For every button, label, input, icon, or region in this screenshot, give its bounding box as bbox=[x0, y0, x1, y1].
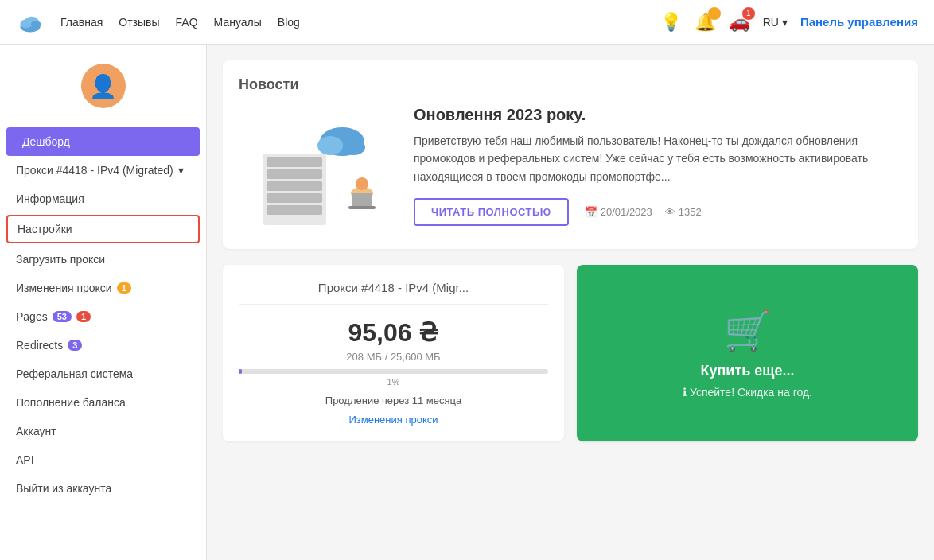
sidebar-item-label-api: API bbox=[16, 453, 34, 466]
sidebar-item-logout[interactable]: Выйти из аккаунта bbox=[0, 474, 206, 503]
info-icon: ℹ bbox=[683, 386, 687, 399]
progress-fill bbox=[239, 369, 242, 374]
lamp-icon-container[interactable]: 💡 bbox=[660, 12, 682, 33]
cart-icon: 🛒 bbox=[724, 309, 772, 353]
svg-rect-8 bbox=[267, 193, 322, 203]
sidebar-item-pages[interactable]: Pages 53 1 bbox=[0, 302, 206, 331]
nav-manuals[interactable]: Мануалы bbox=[214, 16, 262, 29]
sidebar-item-proxy-changes[interactable]: Изменения прокси 1 bbox=[0, 274, 206, 302]
proxy-price: 95,06 ₴ bbox=[239, 317, 548, 348]
svg-rect-9 bbox=[267, 205, 322, 215]
news-text: Приветствую тебя наш любимый пользовател… bbox=[414, 132, 902, 185]
progress-label: 1% bbox=[239, 377, 548, 387]
header: Главная Отзывы FAQ Мануалы Blog 💡 🔔 🚗 1 … bbox=[0, 0, 934, 45]
lang-selector[interactable]: RU ▾ bbox=[763, 16, 788, 29]
news-illustration bbox=[239, 106, 398, 233]
news-meta: 📅 20/01/2023 👁 1352 bbox=[585, 206, 702, 218]
proxy-changes-link[interactable]: Изменения прокси bbox=[348, 414, 438, 426]
news-content: Оновлення 2023 року. Приветствую тебя на… bbox=[414, 106, 902, 226]
sidebar-item-label-settings: Настройки bbox=[18, 223, 72, 235]
panel-link[interactable]: Панель управления bbox=[800, 15, 918, 29]
header-right: 💡 🔔 🚗 1 RU ▾ Панель управления bbox=[660, 12, 918, 33]
sidebar-item-label-account: Аккаунт bbox=[16, 425, 56, 438]
sidebar-item-upload-proxy[interactable]: Загрузить прокси bbox=[0, 245, 206, 274]
avatar-icon: 👤 bbox=[89, 73, 117, 99]
sidebar-item-label-topup: Пополнение баланса bbox=[16, 396, 126, 409]
cards-section: Прокси #4418 - IPv4 (Migr... 95,06 ₴ 208… bbox=[223, 265, 918, 441]
sidebar-item-account[interactable]: Аккаунт bbox=[0, 417, 206, 445]
sidebar-item-label-proxy: Прокси #4418 - IPv4 (Migrated) bbox=[16, 164, 173, 177]
car-badge: 1 bbox=[742, 7, 755, 20]
nav-faq[interactable]: FAQ bbox=[176, 16, 198, 29]
svg-point-11 bbox=[317, 136, 343, 155]
svg-point-12 bbox=[343, 139, 365, 155]
svg-point-3 bbox=[31, 21, 41, 28]
sidebar: 👤 Дешборд Прокси #4418 - IPv4 (Migrated)… bbox=[0, 45, 207, 560]
sidebar-item-redirects[interactable]: Redirects 3 bbox=[0, 331, 206, 360]
lang-label: RU bbox=[763, 16, 779, 29]
sidebar-item-dashboard[interactable]: Дешборд bbox=[6, 127, 200, 156]
pages-badge: 53 bbox=[53, 311, 72, 322]
read-more-button[interactable]: ЧИТАТЬ ПОЛНОСТЬЮ bbox=[414, 198, 569, 226]
svg-rect-6 bbox=[267, 169, 322, 179]
sidebar-item-settings[interactable]: Настройки bbox=[6, 215, 200, 243]
sidebar-item-label-referral: Реферальная система bbox=[16, 368, 133, 380]
proxy-changes-badge: 1 bbox=[117, 282, 131, 294]
redirects-badge: 3 bbox=[68, 340, 82, 351]
lamp-icon: 💡 bbox=[660, 12, 682, 32]
layout: 👤 Дешборд Прокси #4418 - IPv4 (Migrated)… bbox=[0, 45, 934, 560]
car-icon-container[interactable]: 🚗 1 bbox=[729, 12, 750, 33]
logo bbox=[16, 8, 45, 37]
pages-badge-red: 1 bbox=[76, 311, 91, 322]
proxy-card-title: Прокси #4418 - IPv4 (Migr... bbox=[239, 281, 548, 305]
proxy-card: Прокси #4418 - IPv4 (Migr... 95,06 ₴ 208… bbox=[223, 265, 564, 441]
svg-rect-14 bbox=[352, 193, 372, 208]
sidebar-item-label-proxy-changes: Изменения прокси bbox=[16, 282, 112, 294]
sidebar-item-label-upload: Загрузить прокси bbox=[16, 253, 105, 266]
avatar: 👤 bbox=[81, 64, 126, 108]
calendar-icon: 📅 bbox=[585, 206, 597, 218]
news-section: Новости bbox=[223, 60, 918, 249]
progress-bar bbox=[239, 369, 548, 374]
sidebar-item-label-info: Информация bbox=[16, 192, 84, 205]
svg-rect-5 bbox=[267, 158, 322, 167]
proxy-renewal: Продление через 11 месяца bbox=[239, 395, 548, 406]
proxy-traffic: 208 МБ / 25,600 МБ bbox=[239, 351, 548, 363]
sidebar-item-topup[interactable]: Пополнение баланса bbox=[0, 388, 206, 417]
sidebar-item-label-pages: Pages bbox=[16, 310, 48, 323]
lang-chevron: ▾ bbox=[782, 16, 788, 29]
bell-badge bbox=[708, 7, 721, 20]
main-content: Новости bbox=[207, 45, 934, 560]
nav-home[interactable]: Главная bbox=[60, 16, 103, 29]
eye-icon: 👁 bbox=[665, 206, 675, 218]
sidebar-item-label-redirects: Redirects bbox=[16, 339, 63, 352]
logo-icon bbox=[16, 8, 45, 37]
sidebar-item-api[interactable]: API bbox=[0, 445, 206, 474]
proxy-changes: Изменения прокси bbox=[239, 413, 548, 426]
bell-icon-container[interactable]: 🔔 bbox=[695, 12, 716, 33]
svg-point-16 bbox=[356, 177, 368, 190]
chevron-down-icon: ▾ bbox=[178, 164, 184, 177]
avatar-container: 👤 bbox=[0, 57, 206, 115]
buy-note: ℹ Успейте! Скидка на год. bbox=[683, 386, 812, 399]
sidebar-item-info[interactable]: Информация bbox=[0, 185, 206, 213]
svg-rect-15 bbox=[348, 206, 376, 209]
news-footer: ЧИТАТЬ ПОЛНОСТЬЮ 📅 20/01/2023 👁 1352 bbox=[414, 198, 902, 226]
nav-links: Главная Отзывы FAQ Мануалы Blog bbox=[60, 16, 300, 29]
sidebar-item-label-dashboard: Дешборд bbox=[22, 135, 70, 148]
sidebar-item-referral[interactable]: Реферальная система bbox=[0, 360, 206, 388]
news-date: 📅 20/01/2023 bbox=[585, 206, 652, 218]
sidebar-item-proxy[interactable]: Прокси #4418 - IPv4 (Migrated) ▾ bbox=[0, 156, 206, 185]
nav-reviews[interactable]: Отзывы bbox=[119, 16, 159, 29]
buy-text: Купить еще... bbox=[700, 363, 794, 379]
nav-blog[interactable]: Blog bbox=[278, 16, 300, 29]
news-heading: Оновлення 2023 року. bbox=[414, 106, 902, 124]
news-views: 👁 1352 bbox=[665, 206, 702, 218]
buy-card[interactable]: 🛒 Купить еще... ℹ Успейте! Скидка на год… bbox=[577, 265, 918, 441]
news-card: Оновлення 2023 року. Приветствую тебя на… bbox=[239, 106, 902, 233]
svg-rect-7 bbox=[267, 181, 322, 191]
news-section-title: Новости bbox=[239, 76, 902, 93]
sidebar-item-label-logout: Выйти из аккаунта bbox=[16, 482, 111, 495]
header-left: Главная Отзывы FAQ Мануалы Blog bbox=[16, 8, 300, 37]
